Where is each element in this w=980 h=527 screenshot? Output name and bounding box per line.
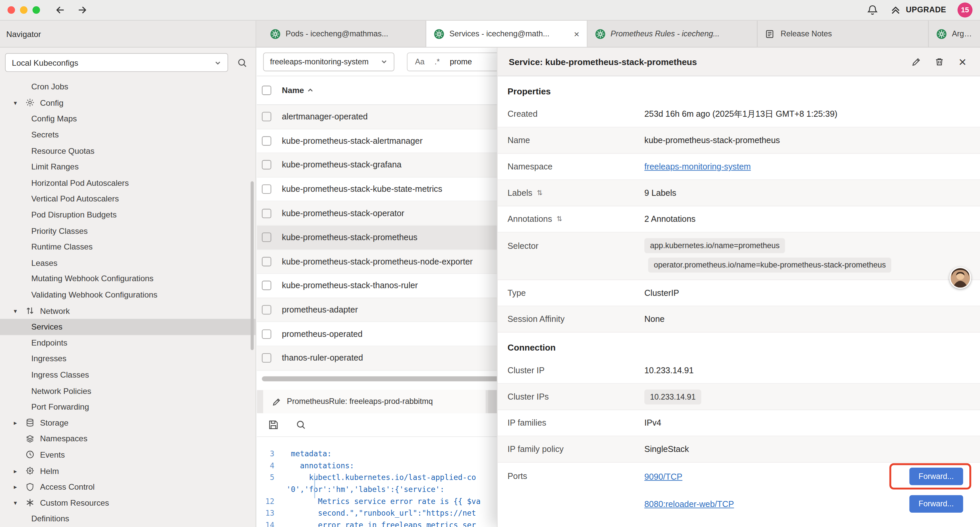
- sidebar-item-endpoints[interactable]: Endpoints: [0, 335, 256, 351]
- port-link[interactable]: 9090/TCP: [644, 471, 682, 481]
- close-icon[interactable]: ×: [956, 56, 969, 68]
- delete-icon[interactable]: [933, 56, 945, 68]
- tab-prometheus-rules[interactable]: Prometheus Rules - icecheng...: [587, 21, 757, 47]
- drawer-row-cluster-ip: Cluster IP 10.233.14.91: [497, 358, 980, 384]
- sidebar-item-config[interactable]: ▾Config: [0, 95, 256, 111]
- row-checkbox[interactable]: [262, 257, 271, 266]
- tab-release-notes[interactable]: Release Notes: [757, 21, 929, 47]
- port-link[interactable]: 8080:reloader-web/TCP: [644, 499, 734, 509]
- sidebar-item-network[interactable]: ▾Network: [0, 303, 256, 319]
- row-checkbox[interactable]: [262, 112, 271, 121]
- port-forward-button[interactable]: Forward...: [909, 495, 963, 512]
- chevron-right-icon[interactable]: ▸: [14, 467, 26, 474]
- tab-close-icon[interactable]: ×: [568, 29, 579, 39]
- sidebar-item-label: Storage: [40, 418, 68, 427]
- chevron-down-icon[interactable]: ▾: [14, 499, 26, 506]
- row-checkbox[interactable]: [262, 233, 271, 242]
- search-icon[interactable]: [235, 56, 248, 69]
- row-checkbox[interactable]: [262, 305, 271, 315]
- sidebar-item-pod-disruption-budgets[interactable]: Pod Disruption Budgets: [0, 207, 256, 223]
- chevron-right-icon[interactable]: ▸: [14, 419, 26, 426]
- connection-section-title: Connection: [497, 333, 980, 358]
- row-checkbox[interactable]: [262, 329, 271, 339]
- sidebar-item-ingresses[interactable]: Ingresses: [0, 351, 256, 367]
- sidebar-item-mutating-webhook-configurations[interactable]: Mutating Webhook Configurations: [0, 271, 256, 287]
- namespace-filter-select[interactable]: freeleaps-monitoring-system: [263, 53, 394, 71]
- row-checkbox[interactable]: [262, 353, 271, 363]
- sidebar-item-runtime-classes[interactable]: Runtime Classes: [0, 239, 256, 255]
- search-term: prome: [450, 57, 472, 66]
- sidebar-item-port-forwarding[interactable]: Port Forwarding: [0, 399, 256, 415]
- sidebar-item-storage[interactable]: ▸Storage: [0, 415, 256, 431]
- sidebar-item-access-control[interactable]: ▸Access Control: [0, 479, 256, 495]
- sidebar-item-priority-classes[interactable]: Priority Classes: [0, 223, 256, 239]
- row-checkbox[interactable]: [262, 136, 271, 145]
- search-icon[interactable]: [294, 418, 307, 431]
- sidebar-item-ingress-classes[interactable]: Ingress Classes: [0, 367, 256, 383]
- forward-icon[interactable]: [76, 4, 89, 16]
- sidebar-item-cron-jobs[interactable]: Cron Jobs: [0, 79, 256, 95]
- namespace-link[interactable]: freeleaps-monitoring-system: [644, 162, 751, 171]
- sidebar-item-label: Vertical Pod Autoscalers: [31, 194, 119, 204]
- notification-count-badge[interactable]: 15: [958, 2, 973, 18]
- notifications-bell-icon[interactable]: [867, 4, 879, 16]
- row-checkbox[interactable]: [262, 209, 271, 218]
- drawer-row-created: Created 253d 16h 6m ago (2025年1月13日 GMT+…: [497, 101, 980, 128]
- save-icon[interactable]: [267, 418, 279, 431]
- sidebar-item-vertical-pod-autoscalers[interactable]: Vertical Pod Autoscalers: [0, 191, 256, 207]
- upgrade-button[interactable]: UPGRADE: [890, 4, 946, 16]
- expand-toggle-icon[interactable]: ⇅: [556, 215, 562, 223]
- sidebar-item-helm[interactable]: ▸Helm: [0, 463, 256, 479]
- port-forward-button[interactable]: Forward...: [909, 468, 963, 485]
- sidebar-item-definitions[interactable]: Definitions: [0, 511, 256, 527]
- sidebar-item-custom-resources[interactable]: ▾Custom Resources: [0, 495, 256, 511]
- user-avatar[interactable]: [949, 267, 971, 289]
- edit-icon[interactable]: [910, 56, 922, 68]
- sidebar-item-config-maps[interactable]: Config Maps: [0, 111, 256, 127]
- tab-argo[interactable]: Argo S: [929, 21, 980, 47]
- back-icon[interactable]: [54, 4, 66, 16]
- select-all-checkbox[interactable]: [262, 86, 271, 95]
- sidebar-item-namespaces[interactable]: Namespaces: [0, 431, 256, 447]
- tab-bar: Navigator Pods - icecheng@mathmas... Ser…: [0, 21, 980, 48]
- sidebar-item-label: Cron Jobs: [31, 82, 68, 91]
- sidebar-scrollbar[interactable]: [250, 182, 253, 350]
- service-name: kube-prometheus-stack-prometheus: [282, 233, 417, 242]
- sidebar-item-label: Config Maps: [31, 114, 77, 123]
- sidebar-item-events[interactable]: Events: [0, 447, 256, 463]
- tab-services[interactable]: Services - icecheng@math... ×: [426, 21, 587, 47]
- sidebar-item-validating-webhook-configurations[interactable]: Validating Webhook Configurations: [0, 287, 256, 303]
- sidebar-item-services[interactable]: Services: [0, 319, 256, 335]
- row-value: ClusterIP: [644, 288, 679, 298]
- close-window-button[interactable]: [7, 6, 15, 14]
- kubeconfig-selector[interactable]: Local Kubeconfigs: [5, 53, 228, 72]
- tab-pods[interactable]: Pods - icecheng@mathmas...: [262, 21, 426, 47]
- sidebar-item-network-policies[interactable]: Network Policies: [0, 383, 256, 399]
- sidebar-item-resource-quotas[interactable]: Resource Quotas: [0, 143, 256, 159]
- dock-tab-prometheusrule[interactable]: PrometheusRule: freeleaps-prod-rabbitmq: [263, 390, 486, 413]
- minimize-window-button[interactable]: [20, 6, 27, 14]
- row-checkbox[interactable]: [262, 161, 271, 170]
- maximize-window-button[interactable]: [32, 6, 40, 14]
- code-text: Metrics service error rate is {{ $va: [282, 495, 480, 507]
- regex-toggle[interactable]: .*: [434, 57, 440, 66]
- line-number: [257, 484, 282, 496]
- events-icon: [26, 450, 40, 459]
- row-checkbox[interactable]: [262, 185, 271, 194]
- match-case-toggle[interactable]: Aa: [415, 57, 425, 66]
- sidebar-item-limit-ranges[interactable]: Limit Ranges: [0, 159, 256, 175]
- selector-badge: operator.prometheus.io/name=kube-prometh…: [648, 258, 892, 272]
- chevron-right-icon[interactable]: ▸: [14, 483, 26, 490]
- chevron-down-icon[interactable]: ▾: [14, 307, 26, 314]
- row-label: Session Affinity: [508, 315, 644, 324]
- row-checkbox[interactable]: [262, 281, 271, 290]
- sidebar-item-horizontal-pod-autoscalers[interactable]: Horizontal Pod Autoscalers: [0, 175, 256, 191]
- line-number: 14: [257, 519, 282, 527]
- service-name: kube-prometheus-stack-grafana: [282, 161, 402, 170]
- expand-toggle-icon[interactable]: ⇅: [537, 189, 542, 197]
- line-number: 5: [257, 471, 282, 484]
- chevron-down-icon[interactable]: ▾: [14, 99, 26, 107]
- sidebar-item-secrets[interactable]: Secrets: [0, 127, 256, 143]
- sidebar-item-leases[interactable]: Leases: [0, 255, 256, 271]
- column-header-name[interactable]: Name: [282, 86, 314, 95]
